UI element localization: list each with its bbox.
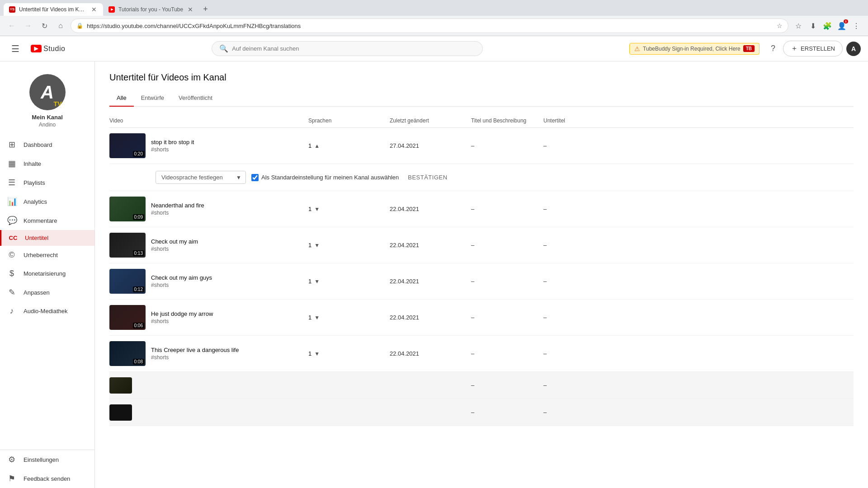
lang-count-6: 1 [308,350,311,357]
chevron-button-6[interactable]: ▼ [314,351,320,357]
new-tab-button[interactable]: + [199,3,212,16]
sidebar-item-playlists[interactable]: ☰ Playlists [0,173,94,192]
sidebar-item-feedback[interactable]: ⚑ Feedback senden [0,469,94,488]
chevron-button-3[interactable]: ▼ [314,242,320,249]
date-cell-3: 22.04.2021 [390,242,471,249]
sidebar-item-audio[interactable]: ♪ Audio-Mediathek [0,302,94,320]
lang-cell-1: 1 ▲ [308,142,390,149]
help-button[interactable]: ? [767,42,779,55]
sidebar-item-anpassen[interactable]: ✎ Anpassen [0,283,94,302]
lang-count-1: 1 [308,142,311,149]
chevron-button-5[interactable]: ▼ [314,314,320,321]
chevron-button-2[interactable]: ▼ [314,206,320,212]
sidebar-item-untertitel[interactable]: CC Untertitel [0,230,94,246]
video-thumb-4[interactable]: 0:12 [109,269,146,294]
video-tag-5: #shorts [151,318,213,324]
tab-entwuerfe[interactable]: Entwürfe [134,90,171,107]
chevron-button-4[interactable]: ▼ [314,278,320,285]
browser-tabs: YS Untertitel für Videos im Kanal ✕ ▶ Tu… [0,0,868,16]
sidebar-item-kommentare[interactable]: 💬 Kommentare [0,211,94,230]
analytics-icon: 📊 [7,197,16,206]
forward-button[interactable]: → [22,19,34,32]
video-thumb-3[interactable]: 0:13 [109,233,146,258]
body-layout: A TV Mein Kanal Andino ⊞ Dashboard ▦ Inh… [0,61,868,488]
active-tab[interactable]: YS Untertitel für Videos im Kanal ✕ [4,3,103,16]
url-bar[interactable]: 🔒 https://studio.youtube.com/channel/UCC… [71,19,788,33]
video-info-1: stop it bro stop it #shorts [151,139,194,153]
video-tag-2: #shorts [151,210,204,216]
video-cell-4: 0:12 Check out my aim guys #shorts [109,269,308,294]
search-icon: 🔍 [219,44,228,53]
hamburger-button[interactable]: ☰ [7,41,24,57]
default-language-checkbox-label[interactable]: Als Standardeinstellung für meinen Kanal… [251,174,399,181]
video-thumb-1[interactable]: 0:20 [109,133,146,158]
untertitel-cell-6: – [543,350,589,357]
chevron-button-1[interactable]: ▲ [314,143,320,149]
tab-veroeffentlicht[interactable]: Veröffentlicht [171,90,220,107]
video-title-2: Neanderthal and fire [151,202,204,209]
downloads-button[interactable]: ⬇ [807,19,819,32]
url-lock-icon: 🔒 [76,23,83,29]
back-button[interactable]: ← [5,19,18,32]
extensions-button[interactable]: 🧩 [821,19,834,32]
video-thumb-5[interactable]: 0:06 [109,305,146,330]
language-select[interactable]: Videosprache festlegen [156,171,246,184]
bookmark-button[interactable]: ☆ [792,19,805,32]
video-cell-1: 0:20 stop it bro stop it #shorts [109,133,308,158]
video-tag-4: #shorts [151,282,212,288]
video-title-1: stop it bro stop it [151,139,194,145]
video-thumb-6[interactable]: 0:08 [109,341,146,366]
search-input-wrapper[interactable]: 🔍 [212,41,483,56]
tab-alle[interactable]: Alle [109,90,134,107]
dropdown-row: Videosprache festlegen ▼ Als Standardein… [109,164,854,191]
table-row: 0:12 Check out my aim guys #shorts 1 ▼ 2… [109,263,854,300]
video-thumb-2[interactable]: 0:09 [109,197,146,221]
sidebar-label-monetarisierung: Monetarisierung [24,270,66,277]
duration-2: 0:09 [133,214,144,220]
home-button[interactable]: ⌂ [54,19,67,32]
search-input[interactable] [232,45,475,52]
video-thumb-8[interactable] [109,404,132,421]
duration-1: 0:20 [133,151,144,157]
sidebar-label-dashboard: Dashboard [24,141,52,148]
video-cell-2: 0:09 Neanderthal and fire #shorts [109,197,308,221]
sidebar-item-urheberrecht[interactable]: © Urheberrecht [0,246,94,264]
channel-avatar[interactable]: A TV [29,74,66,110]
untertitel-cell-5: – [543,314,589,321]
date-cell-2: 22.04.2021 [390,206,471,212]
channel-sub: Andino [39,122,56,128]
sidebar-item-inhalte[interactable]: ▦ Inhalte [0,154,94,173]
sidebar-item-dashboard[interactable]: ⊞ Dashboard [0,135,94,154]
sidebar-item-einstellungen[interactable]: ⚙ Einstellungen [0,450,94,469]
header-datum: Zuletzt geändert [390,117,471,124]
untertitel-cell-8: – [543,409,589,416]
create-button[interactable]: ＋ ERSTELLEN [783,41,843,56]
reload-button[interactable]: ↻ [38,19,51,32]
search-bar: 🔍 [212,41,483,56]
video-title-3: Check out my aim [151,238,198,245]
sidebar-item-monetarisierung[interactable]: $ Monetarisierung [0,264,94,283]
menu-button[interactable]: ⋮ [850,19,863,32]
url-star-icon[interactable]: ☆ [777,22,783,29]
create-icon: ＋ [791,44,798,53]
account-button[interactable]: 👤 8 [835,19,848,32]
lang-count-4: 1 [308,278,311,285]
logo[interactable]: Studio [31,45,65,53]
header-video: Video [109,117,308,124]
header-sprachen: Sprachen [308,117,390,124]
inactive-tab[interactable]: ▶ Tutorials for you - YouTube ✕ [103,3,199,16]
table-header: Video Sprachen Zuletzt geändert Titel un… [109,114,854,128]
tab-close-1[interactable]: ✕ [90,6,98,13]
confirm-button[interactable]: BESTÄTIGEN [404,172,451,183]
table-row: 0:09 Neanderthal and fire #shorts 1 ▼ 22… [109,191,854,227]
video-thumb-7[interactable] [109,377,132,394]
feedback-icon: ⚑ [7,474,16,483]
sidebar-item-analytics[interactable]: 📊 Analytics [0,192,94,211]
tab-close-2[interactable]: ✕ [187,6,194,13]
video-cell-5: 0:06 He just dodge my arrow #shorts [109,305,308,330]
create-label: ERSTELLEN [801,45,835,52]
sidebar-label-kommentare: Kommentare [24,217,57,224]
avatar[interactable]: A [846,42,861,56]
tubebuddy-banner[interactable]: ⚠ TubeBuddy Sign-in Required, Click Here… [629,43,760,55]
default-language-checkbox[interactable] [251,174,259,181]
